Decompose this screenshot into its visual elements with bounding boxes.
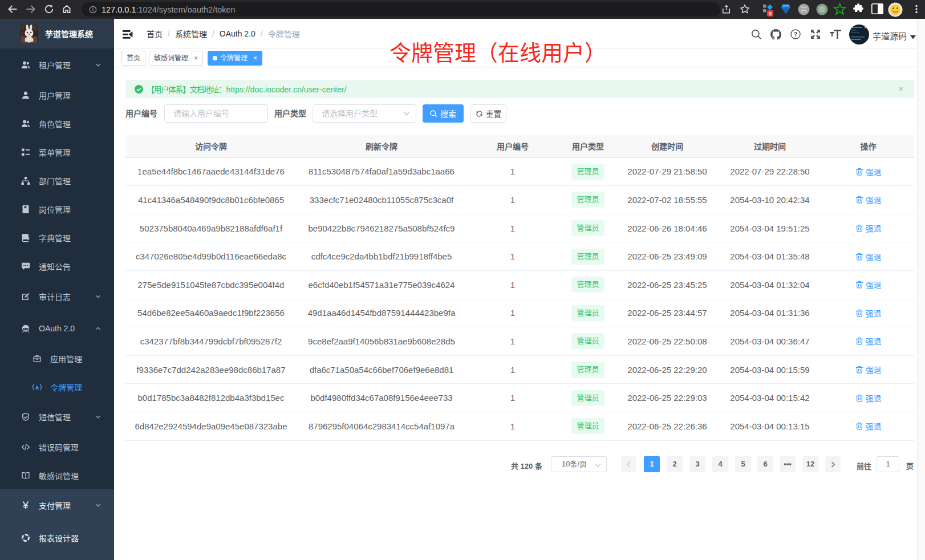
svg-text:?: ? (794, 31, 798, 38)
svg-text:⌘: ⌘ (800, 6, 807, 14)
svg-text:9: 9 (769, 11, 772, 17)
svg-text:a: a (35, 384, 39, 391)
